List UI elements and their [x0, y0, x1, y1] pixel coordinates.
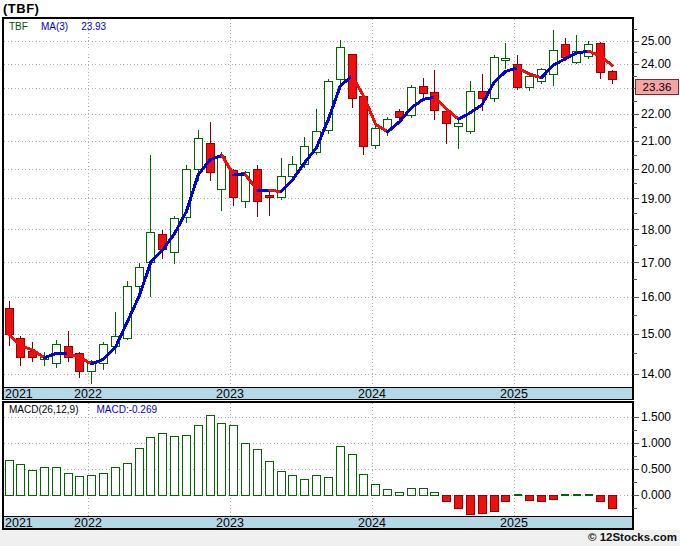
ma-segment [423, 97, 435, 99]
price-pane-legend: TBFMA(3)23.93 [9, 21, 106, 32]
price-axis-label: 19.00 [641, 192, 671, 206]
price-axis-label: 25.00 [641, 34, 671, 48]
legend-ma-label: MA(3) [41, 21, 68, 32]
macd-bar-positive [431, 492, 439, 495]
macd-bar-negative [455, 495, 463, 508]
legend-macd-indicator: MACD(26,12,9) [9, 404, 78, 415]
macd-bar-positive [100, 473, 108, 495]
macd-bar-negative [502, 495, 510, 501]
macd-bar-negative [526, 495, 534, 500]
macd-bar-positive [29, 470, 37, 495]
macd-bar-positive [230, 426, 238, 495]
macd-bar-positive [348, 455, 356, 495]
macd-bar-positive [313, 476, 321, 495]
up-body [194, 138, 202, 169]
copyright-link[interactable]: © 12Stocks.com [588, 531, 677, 543]
down-body [443, 112, 451, 124]
macd-bar-positive [336, 446, 344, 495]
macd-axis-label: 1.000 [641, 436, 671, 450]
footer-strip [0, 530, 680, 546]
price-axis-label: 20.00 [641, 162, 671, 176]
macd-bar-positive [5, 460, 13, 495]
macd-bar-negative [443, 495, 451, 501]
year-label: 2023 [216, 516, 244, 530]
macd-bar-negative [537, 495, 545, 501]
macd-bar-positive [40, 468, 48, 495]
down-body [5, 308, 13, 334]
price-axis-label: 17.00 [641, 256, 671, 270]
macd-bar-positive [242, 443, 250, 495]
macd-bar-positive [265, 461, 273, 495]
stock-chart-canvas: 2021202120222022202320232024202420252025… [0, 0, 680, 546]
macd-bar-positive [88, 475, 96, 495]
macd-bar-positive [324, 478, 332, 495]
up-body [336, 48, 344, 79]
symbol-title: (TBF) [3, 1, 39, 16]
year-label: 2024 [358, 387, 386, 401]
year-label: 2022 [74, 387, 102, 401]
macd-bar-positive [372, 484, 380, 495]
year-label: 2024 [358, 516, 386, 530]
macd-bar-positive [194, 426, 202, 495]
macd-bar-positive [407, 488, 415, 495]
year-label: 2021 [5, 516, 33, 530]
legend-ma-value: 23.93 [81, 21, 106, 32]
macd-pane [3, 402, 633, 529]
price-axis-label: 16.00 [641, 290, 671, 304]
macd-bar-positive [360, 474, 368, 495]
macd-bar-positive [384, 490, 392, 495]
macd-bar-positive [123, 463, 131, 495]
macd-bar-positive [64, 473, 72, 495]
price-axis-label: 15.00 [641, 327, 671, 341]
macd-bar-positive [171, 436, 179, 495]
chart-window: 2021202120222022202320232024202420252025… [0, 0, 680, 546]
macd-bar-negative [608, 495, 616, 509]
price-axis-label: 21.00 [641, 134, 671, 148]
year-label: 2022 [74, 516, 102, 530]
macd-bar-positive [253, 450, 261, 495]
down-body [561, 44, 569, 57]
macd-bar-positive [206, 416, 214, 495]
macd-bar-positive [147, 438, 155, 495]
down-body [265, 196, 273, 198]
macd-bar-positive [395, 493, 403, 495]
ma-segment [269, 190, 281, 191]
macd-bar-positive [289, 476, 297, 495]
macd-bar-negative [549, 495, 557, 500]
up-body [372, 129, 380, 145]
axis-labels: 25.0024.0023.0022.0021.0020.0019.0018.00… [641, 34, 671, 502]
price-axis-label: 14.00 [641, 367, 671, 381]
legend-symbol: TBF [9, 21, 28, 32]
price-axis-label: 24.00 [641, 57, 671, 71]
macd-bar-positive [277, 471, 285, 495]
macd-bar-positive [52, 468, 60, 495]
macd-pane-legend: MACD(26,12,9)MACD:-0.269 [9, 404, 157, 415]
year-label: 2023 [216, 387, 244, 401]
macd-bar-positive [301, 480, 309, 495]
ma-segment [577, 51, 589, 53]
down-body [608, 72, 616, 80]
macd-bar-positive [218, 423, 226, 495]
year-label: 2025 [500, 516, 528, 530]
year-label: 2025 [500, 387, 528, 401]
macd-axis-label: 1.500 [641, 410, 671, 424]
macd-bar-positive [111, 468, 119, 495]
macd-bar-positive [135, 448, 143, 495]
last-price-badge: 23.36 [635, 79, 679, 95]
price-axis-label: 22.00 [641, 107, 671, 121]
macd-bar-negative [478, 495, 486, 513]
legend-macd-value: MACD:-0.269 [96, 404, 157, 415]
up-body [526, 77, 534, 88]
macd-axis-label: 0.000 [641, 488, 671, 502]
macd-bar-negative [597, 495, 605, 501]
up-body [455, 124, 463, 127]
down-body [419, 86, 427, 94]
macd-axis-label: 0.500 [641, 462, 671, 476]
macd-bar-positive [182, 435, 190, 495]
price-axis-label: 18.00 [641, 223, 671, 237]
macd-bar-negative [490, 495, 498, 511]
up-body [502, 59, 510, 61]
axis-ticks [633, 30, 639, 508]
macd-bar-negative [466, 495, 474, 515]
macd-bar-positive [159, 433, 167, 495]
